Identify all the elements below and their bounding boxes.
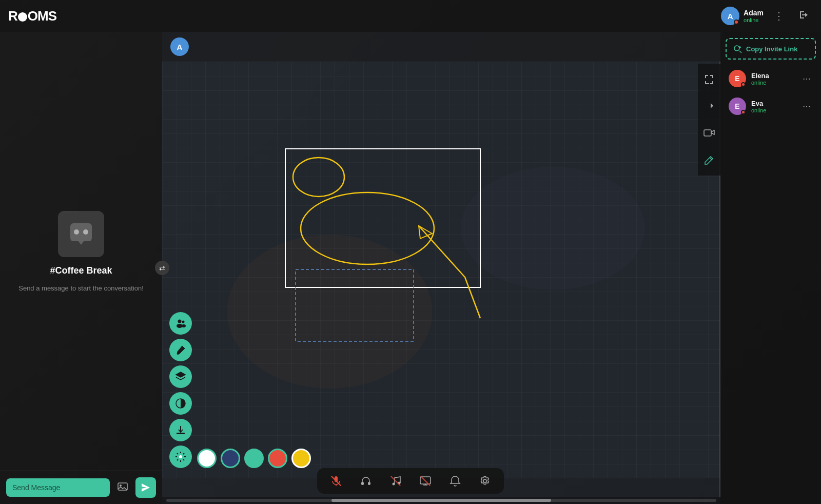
color-yellow[interactable] bbox=[291, 449, 311, 468]
copy-invite-link-button[interactable]: Copy Invite Link bbox=[726, 38, 816, 60]
canvas-toolbar bbox=[169, 312, 192, 468]
screen-share-btn[interactable] bbox=[417, 473, 434, 489]
resize-button[interactable] bbox=[702, 72, 716, 86]
svg-point-26 bbox=[734, 46, 739, 51]
avatar: A bbox=[721, 7, 739, 25]
header: ROMS A Adam online ⋮ bbox=[0, 0, 821, 32]
svg-point-20 bbox=[177, 353, 179, 355]
svg-point-24 bbox=[179, 455, 182, 458]
user-status: online bbox=[744, 17, 764, 23]
right-action-strip bbox=[698, 64, 720, 176]
send-message-button[interactable] bbox=[135, 477, 156, 498]
participant-avatar-elena: E bbox=[729, 70, 746, 87]
layers-tool-button[interactable] bbox=[169, 365, 192, 388]
participant-more-elena[interactable]: ⋯ bbox=[800, 73, 813, 85]
logo-text: ROMS bbox=[8, 8, 56, 24]
brush-tool-button[interactable] bbox=[169, 339, 192, 361]
svg-point-4 bbox=[120, 484, 122, 487]
chat-input[interactable] bbox=[6, 478, 110, 497]
participant-name-eva: Eva bbox=[751, 100, 795, 107]
canvas-user-avatar: A bbox=[170, 37, 189, 56]
svg-point-16 bbox=[178, 320, 182, 323]
exit-button[interactable] bbox=[794, 8, 813, 25]
svg-point-31 bbox=[393, 483, 395, 486]
settings-tool-button[interactable] bbox=[169, 445, 192, 468]
scrollbar-track[interactable] bbox=[166, 499, 716, 502]
participant-info-eva: Eva online bbox=[751, 100, 795, 113]
participant-avatar-eva: E bbox=[729, 98, 746, 115]
people-tool-button[interactable] bbox=[169, 312, 192, 335]
chat-empty-icon bbox=[58, 211, 104, 257]
chat-input-area bbox=[0, 471, 162, 504]
headphones-btn[interactable] bbox=[357, 473, 375, 489]
user-name: Adam bbox=[744, 9, 764, 17]
svg-point-17 bbox=[182, 321, 185, 323]
status-dot-elena bbox=[741, 82, 746, 87]
canvas-top-bar: A bbox=[162, 32, 720, 62]
scrollbar-thumb[interactable] bbox=[331, 499, 552, 502]
forward-button[interactable] bbox=[702, 99, 716, 113]
download-tool-button[interactable] bbox=[169, 419, 192, 441]
svg-rect-0 bbox=[70, 223, 92, 241]
svg-rect-29 bbox=[361, 482, 364, 485]
bell-btn[interactable] bbox=[446, 473, 464, 489]
user-name-block: Adam online bbox=[744, 9, 764, 23]
color-teal[interactable] bbox=[244, 449, 264, 468]
color-dark-blue[interactable] bbox=[221, 449, 240, 468]
main-layout: #Coffee Break Send a message to start th… bbox=[0, 32, 821, 504]
status-dot-eva bbox=[741, 110, 746, 114]
participant-status-eva: online bbox=[751, 107, 795, 113]
user-info: A Adam online bbox=[721, 7, 764, 25]
participant-name-elena: Elena bbox=[751, 72, 795, 80]
channel-name: #Coffee Break bbox=[50, 265, 112, 276]
participant-status-elena: online bbox=[751, 80, 795, 86]
svg-rect-30 bbox=[368, 482, 370, 485]
header-right: A Adam online ⋮ bbox=[721, 7, 813, 25]
attach-image-button[interactable] bbox=[114, 478, 131, 498]
microphone-btn[interactable] bbox=[327, 473, 345, 489]
svg-rect-25 bbox=[704, 130, 711, 136]
participant-row[interactable]: E Eva online ⋯ bbox=[722, 93, 819, 119]
more-options-button[interactable]: ⋮ bbox=[770, 8, 788, 24]
canvas-scrollbar[interactable] bbox=[162, 497, 720, 504]
chat-content: #Coffee Break Send a message to start th… bbox=[0, 32, 162, 471]
color-white[interactable] bbox=[197, 449, 217, 468]
participant-more-eva[interactable]: ⋯ bbox=[800, 101, 813, 112]
svg-rect-23 bbox=[177, 433, 185, 434]
svg-marker-21 bbox=[176, 372, 185, 377]
svg-point-1 bbox=[74, 229, 79, 235]
bottom-settings-btn[interactable] bbox=[476, 473, 494, 489]
svg-rect-8 bbox=[162, 62, 720, 478]
drawing-canvas[interactable] bbox=[162, 62, 720, 478]
swap-panel-button[interactable]: ⇄ bbox=[155, 261, 169, 275]
chat-start-message: Send a message to start the conversation… bbox=[18, 284, 144, 292]
color-red[interactable] bbox=[268, 449, 287, 468]
status-dot bbox=[734, 20, 739, 25]
participant-info-elena: Elena online bbox=[751, 72, 795, 86]
canvas-area[interactable]: A bbox=[162, 32, 720, 504]
svg-point-2 bbox=[83, 229, 88, 235]
participant-row[interactable]: E Elena online ⋯ bbox=[722, 66, 819, 91]
color-palette bbox=[197, 449, 311, 468]
music-btn[interactable] bbox=[387, 473, 404, 489]
svg-point-36 bbox=[483, 479, 486, 482]
chat-sidebar: #Coffee Break Send a message to start th… bbox=[0, 32, 162, 504]
pen-button[interactable] bbox=[702, 153, 716, 167]
bottom-toolbar bbox=[317, 468, 504, 494]
color-row-toggle-button[interactable] bbox=[169, 392, 192, 415]
video-button[interactable] bbox=[701, 125, 717, 141]
logo: ROMS bbox=[8, 8, 56, 24]
participants-sidebar: Copy Invite Link E Elena online ⋯ E Eva … bbox=[720, 32, 821, 504]
svg-point-19 bbox=[182, 324, 186, 327]
